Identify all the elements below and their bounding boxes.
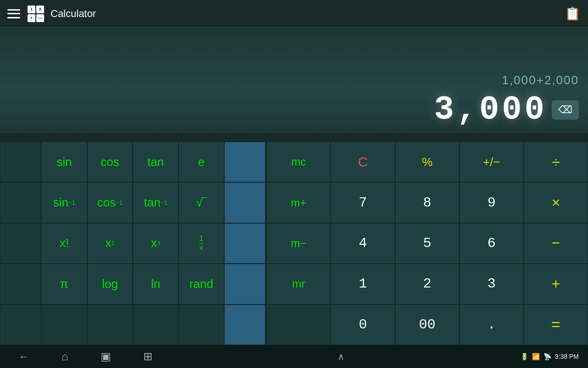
- ln-button[interactable]: ln: [133, 264, 179, 304]
- sci-empty-r5c6: [224, 305, 266, 345]
- arctan-button[interactable]: tan−1: [133, 182, 179, 223]
- multiply-button[interactable]: ×: [524, 182, 588, 223]
- 3-button[interactable]: 3: [459, 264, 524, 304]
- cube-button[interactable]: x3: [133, 223, 179, 264]
- clipboard-icon[interactable]: 📋: [565, 6, 581, 21]
- battery-icon: 🔋: [520, 353, 528, 360]
- add-button[interactable]: +: [524, 264, 588, 304]
- expression-display: 1,000+2,000: [502, 73, 579, 87]
- cos-button[interactable]: cos: [87, 142, 133, 182]
- reciprocal-button[interactable]: 1 x: [179, 223, 225, 264]
- qr-button[interactable]: ⊞: [134, 348, 162, 365]
- up-button[interactable]: ∧: [328, 349, 354, 364]
- 9-button[interactable]: 9: [459, 182, 524, 223]
- sci-empty-r5c3: [87, 305, 133, 345]
- square-button[interactable]: x2: [87, 223, 133, 264]
- factorial-button[interactable]: x!: [41, 223, 87, 264]
- num-empty-r5c1: [266, 305, 331, 345]
- pi-button[interactable]: π: [41, 264, 87, 304]
- 00-button[interactable]: 00: [395, 305, 459, 345]
- percent-button[interactable]: %: [395, 142, 459, 182]
- result-display: 3,000: [434, 91, 547, 129]
- sci-empty-r4c1: [0, 264, 41, 304]
- sci-empty-r2c6: [224, 182, 266, 223]
- sci-empty-r1c6: [224, 142, 266, 182]
- 0-button[interactable]: 0: [331, 305, 395, 345]
- app-title: Calculator: [51, 8, 565, 20]
- calc-body: sin cos tan e sin−1 cos−1 tan−1 √‾ x! x2…: [0, 142, 588, 345]
- nav-bar: ← ⌂ ▣ ⊞ ∧ 🔋 📶 📡 3:38 PM: [0, 345, 588, 368]
- app-icon: 1 X + —: [26, 4, 46, 24]
- log-button[interactable]: log: [87, 264, 133, 304]
- icon-cell-2: X: [36, 6, 44, 13]
- 7-button[interactable]: 7: [331, 182, 395, 223]
- sqrt-button[interactable]: √‾: [179, 182, 225, 223]
- arcsin-button[interactable]: sin−1: [41, 182, 87, 223]
- sin-button[interactable]: sin: [41, 142, 87, 182]
- sci-empty-r5c1: [0, 305, 41, 345]
- icon-cell-1: 1: [28, 6, 35, 13]
- mr-button[interactable]: mr: [266, 264, 331, 304]
- num-panel: mc C % +/− ÷ m+ 7 8 9 × m− 4 5 6 − mr 1 …: [266, 142, 588, 345]
- e-button[interactable]: e: [179, 142, 225, 182]
- plusminus-button[interactable]: +/−: [459, 142, 524, 182]
- mminus-button[interactable]: m−: [266, 223, 331, 264]
- tan-button[interactable]: tan: [133, 142, 179, 182]
- signal-icon: 📶: [532, 353, 540, 360]
- sci-empty-r2c1: [0, 182, 41, 223]
- mc-button[interactable]: mc: [266, 142, 331, 182]
- icon-cell-4: —: [36, 14, 44, 22]
- result-row: 3,000 ⌫: [434, 91, 579, 129]
- subtract-button[interactable]: −: [524, 223, 588, 264]
- 5-button[interactable]: 5: [395, 223, 459, 264]
- sci-empty-r4c6: [224, 264, 266, 304]
- status-bar: 🔋 📶 📡 3:38 PM: [520, 353, 579, 360]
- 2-button[interactable]: 2: [395, 264, 459, 304]
- 1-button[interactable]: 1: [331, 264, 395, 304]
- divide-button[interactable]: ÷: [524, 142, 588, 182]
- sci-empty-r3c1: [0, 223, 41, 264]
- home-button[interactable]: ⌂: [52, 348, 78, 365]
- sci-empty-r3c6: [224, 223, 266, 264]
- wifi-icon: 📡: [543, 353, 551, 360]
- arccos-button[interactable]: cos−1: [87, 182, 133, 223]
- clear-button[interactable]: C: [331, 142, 395, 182]
- sci-panel: sin cos tan e sin−1 cos−1 tan−1 √‾ x! x2…: [0, 142, 266, 345]
- 4-button[interactable]: 4: [331, 223, 395, 264]
- hamburger-menu[interactable]: [7, 9, 20, 18]
- sci-empty-r5c2: [41, 305, 87, 345]
- equals-button[interactable]: =: [524, 305, 588, 345]
- back-button[interactable]: ←: [9, 348, 39, 365]
- decimal-button[interactable]: .: [459, 305, 524, 345]
- sci-empty-r1c1: [0, 142, 41, 182]
- backspace-button[interactable]: ⌫: [552, 100, 579, 120]
- sci-empty-r5c4: [133, 305, 179, 345]
- icon-cell-3: +: [28, 14, 35, 22]
- top-bar: 1 X + — Calculator 📋: [0, 0, 588, 28]
- time-display: 3:38 PM: [555, 353, 579, 360]
- 8-button[interactable]: 8: [395, 182, 459, 223]
- display-area: 1,000+2,000 3,000 ⌫: [0, 28, 588, 133]
- 6-button[interactable]: 6: [459, 223, 524, 264]
- rand-button[interactable]: rand: [179, 264, 225, 304]
- mplus-button[interactable]: m+: [266, 182, 331, 223]
- recent-button[interactable]: ▣: [91, 348, 120, 365]
- sci-empty-r5c5: [179, 305, 225, 345]
- separator: [0, 133, 588, 142]
